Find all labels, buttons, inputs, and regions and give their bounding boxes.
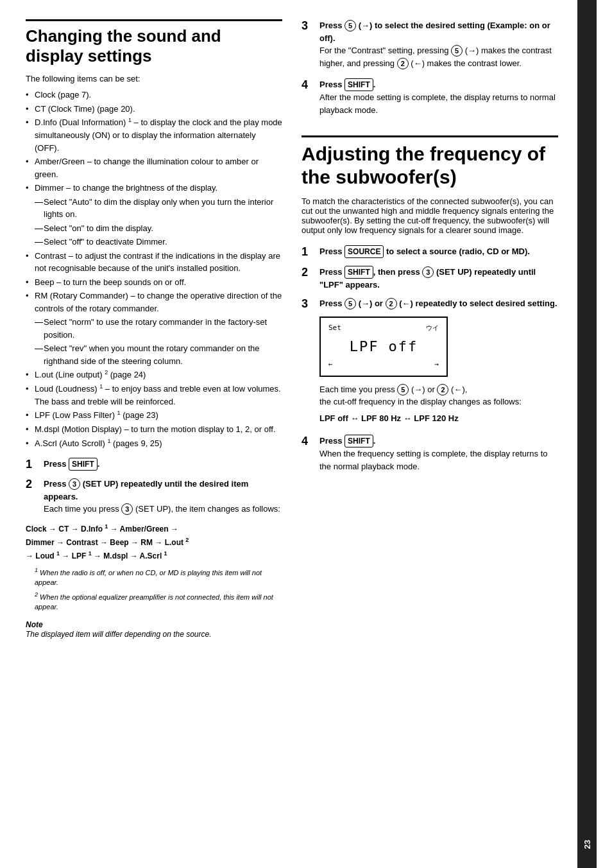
circle-key-5d: 5 [397, 384, 409, 395]
shift-key-2: SHIFT [344, 78, 373, 91]
shift-key-3: SHIFT [344, 266, 373, 279]
right-section-title: Adjusting the frequency of the subwoofer… [302, 135, 558, 189]
step-number: 4 [302, 78, 316, 92]
step-number: 2 [302, 266, 316, 280]
step-number: 2 [26, 478, 40, 492]
circle-key-5c: 5 [344, 298, 356, 309]
list-item-sub: — Select "rev" when you mount the rotary… [26, 342, 282, 367]
step-3-right: 3 Press 5 (→) or 2 (←) repeatedly to sel… [302, 297, 558, 428]
step-content: Press 5 (→) to select the desired settin… [319, 19, 558, 69]
circle-key-3: 3 [69, 478, 80, 490]
circle-key-2c: 2 [437, 384, 448, 395]
list-item: M.dspl (Motion Display) – to turn the mo… [26, 423, 282, 436]
step-2-right: 2 Press SHIFT, then press 3 (SET UP) rep… [302, 266, 558, 291]
list-item: Clock (page 7). [26, 89, 282, 101]
list-item: Beep – to turn the beep sounds on or off… [26, 276, 282, 289]
step-number: 4 [302, 435, 316, 449]
left-column: Changing the sound and display settings … [26, 19, 282, 639]
note-label: Note [26, 620, 43, 629]
step-content: Press SHIFT. When the frequency setting … [319, 435, 558, 473]
list-item: LPF (Low Pass Filter) 1 (page 23) [26, 409, 282, 422]
main-content: Changing the sound and display settings … [0, 0, 577, 868]
list-item-sub: — Select "Auto" to dim the display only … [26, 196, 282, 221]
step-3-left: 3 Press 5 (→) to select the desired sett… [302, 19, 558, 69]
display-box-main: LPF off [328, 336, 439, 357]
display-set-label: Set [328, 323, 341, 334]
arrow-left: ← [328, 360, 333, 370]
list-item-sub: — Select "on" to dim the display. [26, 222, 282, 235]
circle-key-2a: 2 [397, 58, 409, 69]
list-item: L.out (Line output) 2 (page 24) [26, 369, 282, 381]
page-number: 23 [582, 840, 592, 849]
shift-key: SHIFT [69, 458, 98, 471]
arrow-right: → [434, 360, 439, 370]
footnote-1: 1 When the radio is off, or when no CD, … [35, 566, 282, 587]
source-key: SOURCE [344, 245, 384, 258]
list-item-sub: — Select "norm" to use the rotary comman… [26, 316, 282, 341]
circle-key-2b: 2 [386, 298, 397, 309]
list-item: Dimmer – to change the brightness of the… [26, 182, 282, 195]
display-indicator: ウイ [426, 323, 439, 334]
step-number: 1 [26, 458, 40, 472]
list-item: Amber/Green – to change the illumination… [26, 155, 282, 180]
footnote-2: 2 When the optional equalizer preamplifi… [35, 591, 282, 612]
step-content: Press SHIFT. [44, 458, 282, 471]
step-4-right: 4 Press SHIFT. When the frequency settin… [302, 435, 558, 473]
step-content: Press 3 (SET UP) repeatedly until the de… [44, 478, 282, 516]
list-item: Contrast – to adjust the contrast if the… [26, 250, 282, 275]
list-item: Loud (Loudness) 1 – to enjoy bass and tr… [26, 383, 282, 408]
step-content: Press 5 (→) or 2 (←) repeatedly to selec… [319, 297, 558, 428]
step-2: 2 Press 3 (SET UP) repeatedly until the … [26, 478, 282, 516]
circle-key-5a: 5 [344, 20, 356, 31]
display-box-arrows: ← → [328, 360, 439, 370]
list-item: RM (Rotary Commander) – to change the op… [26, 290, 282, 315]
step-content: Press SOURCE to select a source (radio, … [319, 245, 558, 258]
step-1-right: 1 Press SOURCE to select a source (radio… [302, 245, 558, 259]
step-content: Press SHIFT. After the mode setting is c… [319, 78, 558, 116]
step-1: 1 Press SHIFT. [26, 458, 282, 472]
note-section: Note The displayed item will differ depe… [26, 620, 282, 639]
display-box: Set ウイ LPF off ← → [319, 317, 448, 377]
list-item: CT (Clock Time) (page 20). [26, 103, 282, 116]
right-column: 3 Press 5 (→) to select the desired sett… [302, 19, 558, 639]
left-intro: The following items can be set: [26, 74, 282, 83]
step-4-left: 4 Press SHIFT. After the mode setting is… [302, 78, 558, 116]
left-section-title: Changing the sound and display settings [26, 19, 282, 66]
bullet-list: Clock (page 7). CT (Clock Time) (page 20… [26, 89, 282, 449]
step-number: 1 [302, 245, 316, 259]
note-text: The displayed item will differ depending… [26, 630, 212, 639]
display-box-top: Set ウイ [328, 323, 439, 334]
step-number: 3 [302, 297, 316, 311]
list-item: D.Info (Dual Information) 1 – to display… [26, 116, 282, 154]
step-number: 3 [302, 19, 316, 33]
circle-key-3c: 3 [422, 266, 434, 278]
list-item: A.Scrl (Auto Scroll) 1 (pages 9, 25) [26, 437, 282, 450]
setup-chain: Clock → CT → D.Info 1 → Amber/Green → Di… [26, 522, 282, 563]
right-intro: To match the characteristics of the conn… [302, 196, 558, 235]
step-content: Press SHIFT, then press 3 (SET UP) repea… [319, 266, 558, 291]
circle-key-5b: 5 [451, 45, 463, 56]
columns: Changing the sound and display settings … [26, 19, 558, 639]
page: Changing the sound and display settings … [0, 0, 612, 868]
list-item-sub: — Select "off" to deactivate Dimmer. [26, 236, 282, 248]
right-sidebar: 23 [577, 0, 597, 868]
shift-key-4: SHIFT [344, 435, 373, 447]
lpf-chain: LPF off ↔ LPF 80 Hz ↔ LPF 120 Hz [319, 412, 558, 425]
circle-key-3b: 3 [121, 503, 133, 515]
